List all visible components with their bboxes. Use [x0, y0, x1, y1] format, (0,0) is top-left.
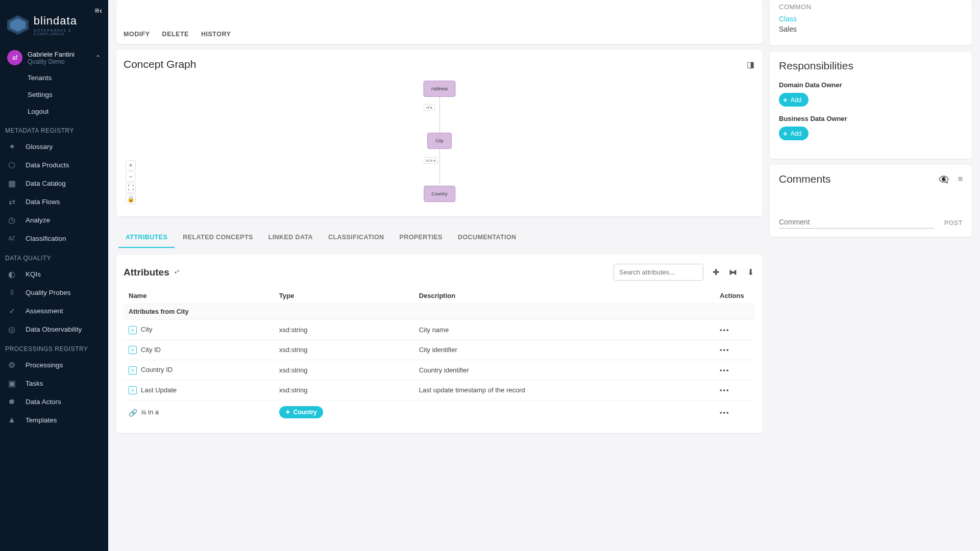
hexagon-icon: ⬡	[7, 160, 16, 169]
group-label: Attributes from City	[124, 304, 755, 320]
delete-button[interactable]: DELETE	[162, 31, 189, 38]
sidebar-item-classification[interactable]: AZClassification	[0, 229, 108, 247]
modify-button[interactable]: MODIFY	[124, 31, 150, 38]
table-row[interactable]: ≡Last Updatexsd:stringLast update timest…	[124, 380, 755, 400]
country-chip[interactable]: ✦Country	[279, 406, 323, 418]
download-icon[interactable]: ⬇	[745, 267, 755, 278]
graph-relation-ofa: of a	[424, 104, 435, 111]
actors-icon: ☻	[7, 397, 16, 406]
sidebar-item-data-observability[interactable]: ◎Data Observability	[0, 320, 108, 338]
logo-tagline: GOVERNANCE & COMPLIANCE	[34, 29, 101, 36]
add-domain-owner-button[interactable]: +Add	[779, 93, 808, 107]
sidebar-item-quality-probes[interactable]: ⫴Quality Probes	[0, 283, 108, 302]
tab-linked-data[interactable]: LINKED DATA	[261, 228, 320, 248]
sidebar-item-glossary[interactable]: ✦Glossary	[0, 137, 108, 156]
user-name: Gabriele Fantini	[28, 51, 90, 58]
sidebar-item-processings[interactable]: ⚙Processings	[0, 356, 108, 374]
sidebar-item-tenants[interactable]: Tenants	[0, 69, 108, 86]
graph-node-city[interactable]: City	[427, 133, 452, 149]
common-label: COMMON	[779, 3, 963, 11]
table-row[interactable]: ≡Country IDxsd:stringCountry identifier•…	[124, 360, 755, 381]
chevron-up-icon[interactable]: ⌄	[95, 54, 101, 62]
compass-icon: ◷	[7, 215, 16, 224]
graph-canvas[interactable]: Address of a City is in a Country + − ⛶ …	[124, 76, 755, 208]
sidebar: ≡‹ blindata GOVERNANCE & COMPLIANCE af G…	[0, 0, 108, 551]
col-name: Name	[124, 288, 274, 304]
search-attributes-input[interactable]	[614, 264, 703, 281]
tab-properties[interactable]: PROPERTIES	[392, 228, 450, 248]
templates-icon: ▲	[7, 415, 16, 424]
sidebar-item-data-flows[interactable]: ⇄Data Flows	[0, 192, 108, 211]
graph-node-country[interactable]: Country	[424, 186, 455, 202]
history-button[interactable]: HISTORY	[201, 31, 231, 38]
link-icon: 🔗	[129, 409, 137, 417]
logo: blindata GOVERNANCE & COMPLIANCE	[0, 0, 108, 46]
lock-button[interactable]: 🔒	[126, 194, 136, 204]
table-row[interactable]: ≡City IDxsd:stringCity identifier•••	[124, 340, 755, 360]
tabs: ATTRIBUTES RELATED CONCEPTS LINKED DATA …	[116, 228, 763, 248]
comment-input[interactable]	[779, 216, 934, 229]
row-actions-icon[interactable]: •••	[720, 346, 730, 354]
sidebar-item-templates[interactable]: ▲Templates	[0, 411, 108, 429]
flow-icon: ⇄	[7, 197, 16, 206]
logo-icon	[7, 15, 29, 35]
class-link[interactable]: Class	[779, 15, 963, 23]
comments-title: Comments	[779, 173, 831, 185]
graph-expand-icon[interactable]: ◨	[745, 59, 755, 69]
sidebar-collapse-icon[interactable]: ≡‹	[94, 6, 102, 15]
table-row[interactable]: ≡Cityxsd:stringCity name•••	[124, 320, 755, 340]
tab-related-concepts[interactable]: RELATED CONCEPTS	[176, 228, 260, 248]
row-actions-icon[interactable]: •••	[720, 386, 730, 394]
attribute-icon: ≡	[129, 346, 137, 354]
plus-icon: +	[783, 95, 788, 104]
briefcase-icon: ▣	[7, 379, 16, 388]
table-row[interactable]: 🔗is in a✦Country•••	[124, 400, 755, 424]
add-attribute-icon[interactable]: ✚	[710, 267, 721, 278]
graph-relation-isina: is in a	[424, 157, 438, 164]
sidebar-item-data-catalog[interactable]: ▦Data Catalog	[0, 174, 108, 192]
concept-graph-title: Concept Graph	[124, 58, 196, 70]
row-actions-icon[interactable]: •••	[720, 326, 730, 334]
sidebar-item-kqis[interactable]: ◐KQIs	[0, 265, 108, 283]
sidebar-item-settings[interactable]: Settings	[0, 86, 108, 103]
post-button[interactable]: POST	[944, 219, 963, 229]
sidebar-item-tasks[interactable]: ▣Tasks	[0, 374, 108, 392]
sidebar-item-analyze[interactable]: ◷Analyze	[0, 211, 108, 229]
sort-icon[interactable]: ≡	[958, 174, 963, 184]
add-business-owner-button[interactable]: +Add	[779, 127, 808, 140]
tab-classification[interactable]: CLASSIFICATION	[321, 228, 391, 248]
tab-documentation[interactable]: DOCUMENTATION	[451, 228, 523, 248]
visibility-off-icon[interactable]: 👁‍🗨	[939, 174, 949, 184]
sidebar-item-assessment[interactable]: ✓Assessment	[0, 302, 108, 320]
common-value: Sales	[779, 25, 963, 33]
section-metadata-registry: METADATA REGISTRY	[0, 120, 108, 137]
sidebar-item-data-products[interactable]: ⬡Data Products	[0, 156, 108, 174]
responsibilities-card: Responsibilities Domain Data Owner +Add …	[770, 52, 972, 159]
fullscreen-button[interactable]: ⛶	[126, 183, 136, 193]
graph-node-address[interactable]: Address	[423, 81, 455, 97]
chip-icon: ✦	[285, 409, 290, 416]
comments-card: Comments 👁‍🗨 ≡ POST	[770, 165, 972, 237]
attributes-title: Attributes	[124, 267, 169, 278]
zoom-out-button[interactable]: −	[126, 171, 136, 182]
attribute-icon: ≡	[129, 366, 137, 374]
concept-graph-card: Concept Graph ◨ Address of a City is in …	[116, 50, 763, 216]
attributes-info-icon[interactable]: •°	[175, 268, 180, 276]
user-row[interactable]: af Gabriele Fantini Quality Demo ⌄	[0, 46, 108, 69]
sidebar-item-data-actors[interactable]: ☻Data Actors	[0, 392, 108, 411]
user-tenant: Quality Demo	[28, 58, 90, 65]
plus-icon: +	[783, 129, 788, 138]
common-card: COMMON Class Sales	[770, 0, 972, 45]
sliders-icon: ⫴	[7, 288, 16, 297]
row-actions-icon[interactable]: •••	[720, 409, 730, 416]
attributes-card: Attributes •° ✚ ⧓ ⬇ Name Type Descriptio…	[116, 255, 763, 433]
sidebar-item-logout[interactable]: Logout	[0, 103, 108, 120]
gauge-icon: ◐	[7, 269, 16, 279]
zoom-in-button[interactable]: +	[126, 160, 136, 170]
row-actions-icon[interactable]: •••	[720, 366, 730, 374]
role-business-owner: Business Data Owner	[779, 115, 963, 122]
role-domain-owner: Domain Data Owner	[779, 81, 963, 89]
tab-attributes[interactable]: ATTRIBUTES	[118, 228, 175, 248]
section-data-quality: DATA QUALITY	[0, 247, 108, 265]
hierarchy-icon[interactable]: ⧓	[728, 267, 738, 278]
